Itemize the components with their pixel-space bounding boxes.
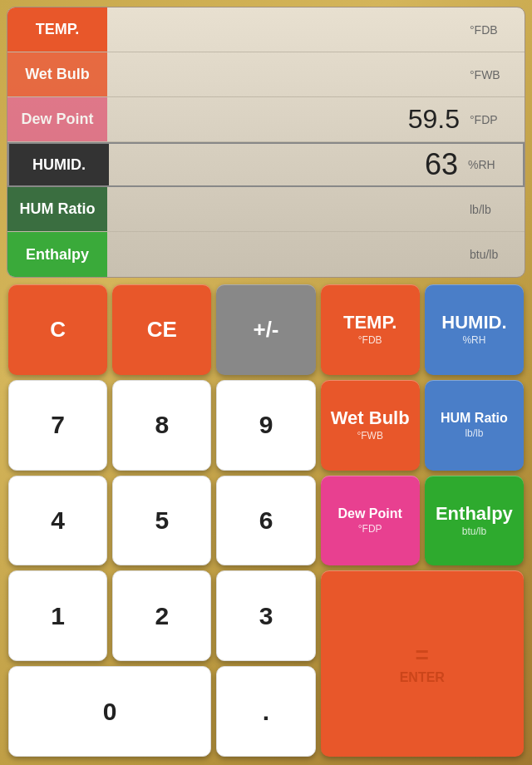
dewpoint-value: 59.5	[107, 104, 466, 135]
digit-4-button[interactable]: 4	[8, 476, 107, 566]
humratio-input-button[interactable]: HUM Ratio lb/lb	[425, 380, 524, 471]
humratio-unit: lb/lb	[466, 203, 525, 216]
plus-minus-button[interactable]: +/-	[216, 284, 315, 375]
humid-unit: %RH	[465, 158, 523, 171]
wetbulb-label[interactable]: Wet Bulb	[7, 52, 107, 96]
humratio-label[interactable]: HUM Ratio	[7, 187, 107, 231]
digit-2-button[interactable]: 2	[112, 570, 211, 661]
digit-8-button[interactable]: 8	[112, 380, 211, 471]
humid-row: HUMID. 63 %RH	[7, 142, 525, 187]
digit-9-button[interactable]: 9	[216, 380, 315, 471]
decimal-button[interactable]: .	[216, 666, 315, 757]
humid-value: 63	[109, 147, 465, 182]
enthalpy-row: Enthalpy btu/lb	[7, 232, 525, 277]
digit-3-button[interactable]: 3	[216, 570, 315, 661]
wetbulb-row: Wet Bulb °FWB	[7, 52, 525, 97]
digit-0-button[interactable]: 0	[8, 666, 211, 757]
temp-input-button[interactable]: TEMP. °FDB	[321, 284, 420, 375]
dewpoint-label[interactable]: Dew Point	[7, 97, 107, 141]
digit-7-button[interactable]: 7	[8, 380, 107, 471]
digit-1-button[interactable]: 1	[8, 570, 107, 661]
clear-entry-button[interactable]: CE	[112, 284, 211, 375]
enthalpy-input-button[interactable]: Enthalpy btu/lb	[425, 476, 524, 566]
enthalpy-unit: btu/lb	[466, 248, 525, 261]
digit-6-button[interactable]: 6	[216, 476, 315, 566]
wetbulb-unit: °FWB	[466, 68, 525, 81]
humratio-row: HUM Ratio lb/lb	[7, 187, 525, 232]
enthalpy-label[interactable]: Enthalpy	[7, 232, 107, 277]
keypad: C CE +/- TEMP. °FDB HUMID. %RH 7 8 9 Wet…	[7, 283, 525, 758]
temp-row: TEMP. °FDB	[7, 7, 525, 52]
dewpoint-unit: °FDP	[466, 113, 525, 126]
dewpoint-row: Dew Point 59.5 °FDP	[7, 97, 525, 142]
digit-5-button[interactable]: 5	[112, 476, 211, 566]
temp-label[interactable]: TEMP.	[7, 7, 107, 52]
wetbulb-input-button[interactable]: Wet Bulb °FWB	[321, 380, 420, 471]
enter-button[interactable]: = ENTER	[321, 570, 524, 757]
temp-unit: °FDB	[466, 23, 525, 37]
humid-input-button[interactable]: HUMID. %RH	[425, 284, 524, 375]
dewpoint-input-button[interactable]: Dew Point °FDP	[321, 476, 420, 566]
display-panel: TEMP. °FDB Wet Bulb °FWB Dew Point 59.5 …	[7, 7, 525, 278]
humid-label[interactable]: HUMID.	[9, 144, 109, 185]
clear-button[interactable]: C	[8, 284, 107, 375]
